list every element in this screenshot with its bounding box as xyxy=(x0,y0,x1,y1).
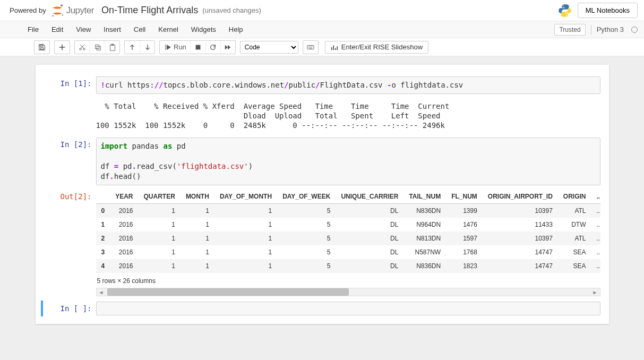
df-cell: 5 xyxy=(277,204,336,218)
move-down-button[interactable] xyxy=(140,41,154,54)
kernel-name[interactable]: Python 3 xyxy=(597,25,626,33)
python-logo-icon xyxy=(557,3,572,18)
menu-widgets[interactable]: Widgets xyxy=(185,22,222,37)
df-cell: 2016 xyxy=(110,245,138,259)
output-prompt: Out[2]: xyxy=(44,190,96,296)
code-cell-2[interactable]: In [2]: import pandas as pd df = pd.read… xyxy=(41,136,604,186)
df-cell: 1 xyxy=(181,259,214,273)
df-cell: 14747 xyxy=(483,259,558,273)
ml-notebooks-button[interactable]: ML Notebooks xyxy=(578,3,638,18)
df-cell: DL xyxy=(336,218,403,232)
df-column-header xyxy=(96,190,110,204)
df-cell: DTW xyxy=(558,218,591,232)
df-column-header: DAY_OF_WEEK xyxy=(277,190,336,204)
run-button[interactable]: Run xyxy=(160,41,191,54)
df-cell: SEA xyxy=(558,245,591,259)
stdout-output: % Total % Received % Xferd Average Speed… xyxy=(96,98,600,134)
menu-file[interactable]: File xyxy=(21,22,45,37)
menu-insert[interactable]: Insert xyxy=(97,22,127,37)
df-cell: 1 xyxy=(139,245,181,259)
df-cell: 1 xyxy=(139,218,181,232)
df-row-index: 0 xyxy=(96,204,110,218)
copy-button[interactable] xyxy=(90,41,105,54)
code-cell-1[interactable]: In [1]: !curl https://topcs.blob.core.wi… xyxy=(41,75,604,95)
powered-by-label: Powered by xyxy=(10,6,46,14)
df-cell: 5 xyxy=(277,218,336,232)
add-cell-button[interactable] xyxy=(55,41,70,54)
df-cell: DL xyxy=(336,245,403,259)
code-cell-3[interactable]: In [ ]: xyxy=(41,301,604,316)
svg-point-0 xyxy=(61,4,63,6)
svg-rect-8 xyxy=(97,46,100,50)
separator xyxy=(591,25,591,35)
notebook-name[interactable]: On-Time Flight Arrivals xyxy=(101,5,198,16)
df-row-index: 3 xyxy=(96,245,110,259)
scroll-left-arrow-icon[interactable]: ◄ xyxy=(97,288,106,296)
fast-forward-icon xyxy=(224,44,231,51)
menu-kernel[interactable]: Kernel xyxy=(152,22,185,37)
code-input[interactable]: import pandas as pd df = pd.read_csv('fl… xyxy=(96,138,600,185)
code-input[interactable] xyxy=(96,302,600,315)
horizontal-scrollbar[interactable]: ◄ ► xyxy=(96,288,600,296)
df-cell: 2016 xyxy=(110,218,138,232)
cell-type-select[interactable]: Code xyxy=(240,41,298,54)
menu-help[interactable]: Help xyxy=(222,22,250,37)
menu-cell[interactable]: Cell xyxy=(127,22,152,37)
df-cell: 1 xyxy=(214,232,277,245)
scroll-right-arrow-icon[interactable]: ► xyxy=(590,288,600,296)
menu-edit[interactable]: Edit xyxy=(45,22,70,37)
rise-slideshow-button[interactable]: Enter/Exit RISE Slideshow xyxy=(325,41,428,54)
code-input[interactable]: !curl https://topcs.blob.core.windows.ne… xyxy=(96,76,600,94)
trusted-indicator[interactable]: Trusted xyxy=(554,24,585,36)
df-cell: DL xyxy=(336,232,403,245)
df-cell: 1 xyxy=(214,218,277,232)
command-palette-button[interactable] xyxy=(303,41,318,54)
jupyter-icon xyxy=(49,3,65,19)
df-column-header: ORIGIN xyxy=(558,190,591,204)
svg-point-1 xyxy=(52,15,54,16)
dataframe-output: YEARQUARTERMONTHDAY_OF_MONTHDAY_OF_WEEKU… xyxy=(96,190,600,296)
df-cell: 11433 xyxy=(483,218,558,232)
table-row: 120161115DLN964DN147611433DTW... xyxy=(96,218,600,232)
menu-view[interactable]: View xyxy=(70,22,97,37)
paste-icon xyxy=(109,44,116,51)
df-cell: ATL xyxy=(558,232,591,245)
svg-rect-9 xyxy=(110,45,115,50)
restart-button[interactable] xyxy=(205,41,220,54)
df-cell: 1 xyxy=(181,245,214,259)
df-row-index: 1 xyxy=(96,218,110,232)
paste-button[interactable] xyxy=(105,41,119,54)
table-row: 220161115DLN813DN159710397ATL... xyxy=(96,232,600,245)
move-up-button[interactable] xyxy=(125,41,140,54)
plus-icon xyxy=(58,44,66,51)
df-column-header: MONTH xyxy=(181,190,214,204)
jupyter-logo[interactable]: Jupyter xyxy=(49,3,94,19)
stop-icon xyxy=(194,44,202,51)
df-cell: 1 xyxy=(214,259,277,273)
df-cell: 5 xyxy=(277,245,336,259)
df-cell: ... xyxy=(591,218,600,232)
cut-button[interactable] xyxy=(75,41,90,54)
df-cell: 1 xyxy=(139,204,181,218)
df-column-header: UNIQUE_CARRIER xyxy=(336,190,403,204)
df-column-header: TAIL_NUM xyxy=(403,190,446,204)
df-cell: 1597 xyxy=(446,232,483,245)
run-label: Run xyxy=(174,43,186,51)
df-row-index: 2 xyxy=(96,232,110,245)
df-cell: 1 xyxy=(214,245,277,259)
df-cell: N836DN xyxy=(403,259,446,273)
df-cell: SEA xyxy=(558,259,591,273)
interrupt-button[interactable] xyxy=(191,41,205,54)
df-cell: 2016 xyxy=(110,232,138,245)
output-cell-1: % Total % Received % Xferd Average Speed… xyxy=(41,97,604,135)
restart-icon xyxy=(209,44,217,51)
scrollbar-thumb[interactable] xyxy=(107,288,349,296)
df-column-header: FL_NUM xyxy=(446,190,483,204)
df-cell: 1 xyxy=(181,218,214,232)
df-cell: 1476 xyxy=(446,218,483,232)
save-button[interactable] xyxy=(35,41,49,54)
dataframe-summary: 5 rows × 26 columns xyxy=(96,273,600,287)
restart-run-all-button[interactable] xyxy=(220,41,235,54)
df-cell: 5 xyxy=(277,232,336,245)
notebook-container[interactable]: In [1]: !curl https://topcs.blob.core.wi… xyxy=(0,56,644,360)
